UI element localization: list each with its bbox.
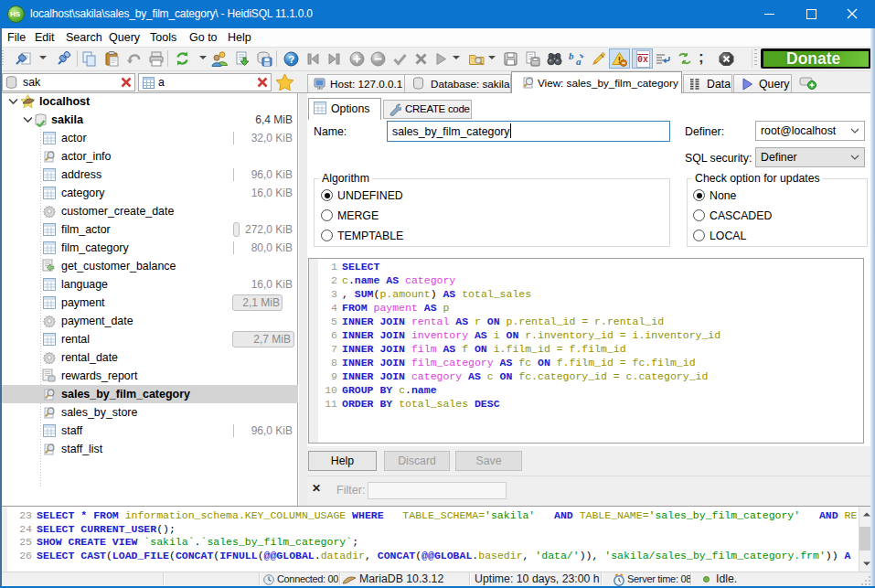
svg-text:b: b (569, 51, 574, 61)
svg-text:?: ? (289, 54, 295, 65)
svg-text:a: a (576, 56, 582, 67)
